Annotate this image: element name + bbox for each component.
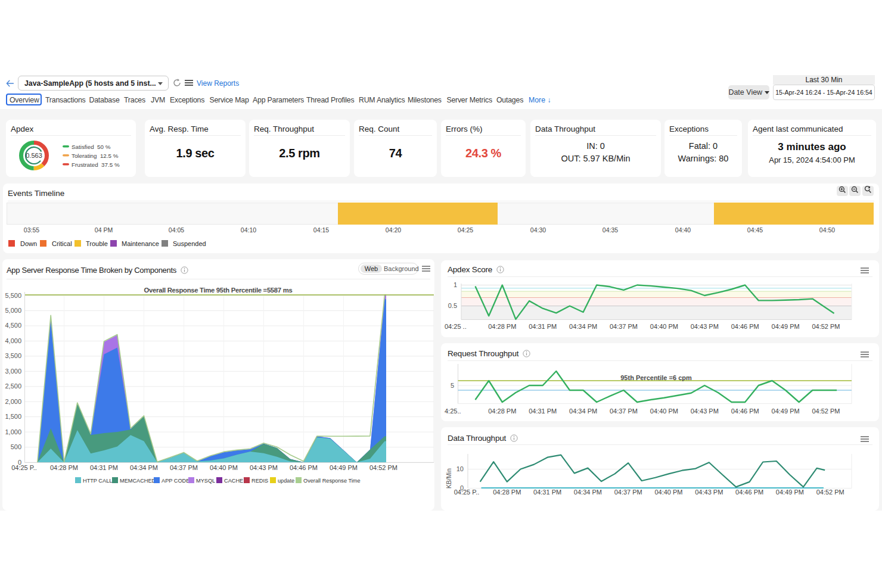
svg-text:04:28 PM: 04:28 PM	[50, 464, 78, 471]
svg-text:04:46 PM: 04:46 PM	[290, 464, 318, 471]
svg-text:04:25 ..: 04:25 ..	[445, 323, 467, 330]
svg-text:04:40 PM: 04:40 PM	[210, 464, 238, 471]
svg-text:04:31 PM: 04:31 PM	[533, 489, 561, 496]
svg-text:Tolerating 12.5 %: Tolerating 12.5 %	[72, 153, 119, 159]
svg-text:04:52 PM: 04:52 PM	[812, 407, 840, 415]
svg-text:04:43 PM: 04:43 PM	[691, 323, 719, 330]
svg-text:04:34 PM: 04:34 PM	[569, 407, 597, 415]
svg-text:Overall Response Time 95th Per: Overall Response Time 95th Percentile =5…	[144, 287, 293, 294]
svg-text:500: 500	[11, 443, 21, 450]
svg-text:KB/Min: KB/Min	[445, 468, 452, 489]
svg-text:04:31 PM: 04:31 PM	[529, 323, 557, 330]
svg-text:10: 10	[456, 465, 464, 472]
svg-text:update: update	[278, 478, 294, 484]
svg-text:5,000: 5,000	[5, 307, 21, 314]
svg-text:04:28 PM: 04:28 PM	[488, 407, 516, 415]
svg-text:04:34 PM: 04:34 PM	[569, 323, 597, 330]
svg-text:04:25 P..: 04:25 P..	[454, 489, 480, 496]
svg-text:04:43 PM: 04:43 PM	[250, 464, 278, 471]
svg-text:4,500: 4,500	[5, 322, 21, 329]
svg-text:04:43 PM: 04:43 PM	[695, 489, 723, 496]
svg-text:0.5: 0.5	[448, 302, 457, 309]
svg-text:04:49 PM: 04:49 PM	[330, 464, 358, 471]
svg-text:04:52 PM: 04:52 PM	[812, 323, 840, 330]
svg-text:2,000: 2,000	[5, 398, 21, 405]
svg-text:5,500: 5,500	[5, 292, 21, 299]
svg-text:04:31 PM: 04:31 PM	[529, 407, 557, 415]
svg-text:04:34 PM: 04:34 PM	[574, 489, 602, 496]
svg-text:04:37 PM: 04:37 PM	[170, 464, 198, 471]
svg-text:APP CODE: APP CODE	[162, 478, 190, 484]
svg-text:4,000: 4,000	[5, 337, 21, 344]
svg-text:4:25..: 4:25..	[445, 407, 461, 415]
svg-text:04:52 PM: 04:52 PM	[369, 464, 397, 471]
svg-text:04:43 PM: 04:43 PM	[691, 407, 719, 415]
svg-text:04:28 PM: 04:28 PM	[493, 489, 521, 496]
svg-text:2,500: 2,500	[5, 382, 21, 390]
svg-text:Frustrated 37.5 %: Frustrated 37.5 %	[72, 161, 120, 168]
svg-text:04:49 PM: 04:49 PM	[776, 489, 804, 496]
svg-text:3,500: 3,500	[5, 352, 21, 359]
svg-text:04:49 PM: 04:49 PM	[772, 407, 800, 415]
svg-text:04:37 PM: 04:37 PM	[614, 489, 642, 496]
svg-text:04:46 PM: 04:46 PM	[735, 489, 763, 496]
svg-text:04:40 PM: 04:40 PM	[650, 323, 678, 330]
svg-text:04:31 PM: 04:31 PM	[90, 464, 118, 471]
svg-text:Satisfied 50 %: Satisfied 50 %	[72, 144, 111, 150]
svg-text:04:52 PM: 04:52 PM	[816, 489, 844, 496]
svg-text:CACHE: CACHE	[224, 478, 243, 484]
svg-text:Overall Response Time: Overall Response Time	[303, 478, 361, 484]
svg-text:MYSQL: MYSQL	[196, 478, 215, 484]
svg-text:04:40 PM: 04:40 PM	[650, 407, 678, 415]
svg-text:REDIS: REDIS	[251, 478, 268, 484]
svg-text:0.563: 0.563	[26, 152, 42, 159]
svg-text:04:40 PM: 04:40 PM	[654, 489, 682, 496]
svg-text:5: 5	[451, 382, 454, 389]
svg-text:1,500: 1,500	[5, 413, 21, 420]
svg-text:1: 1	[454, 281, 457, 288]
svg-text:MEMCACHED: MEMCACHED	[120, 478, 156, 484]
svg-text:04:46 PM: 04:46 PM	[731, 323, 759, 330]
svg-text:04:46 PM: 04:46 PM	[731, 407, 759, 415]
svg-text:HTTP CALL: HTTP CALL	[83, 478, 112, 484]
svg-text:95th Percentile =6 cpm: 95th Percentile =6 cpm	[620, 374, 692, 381]
svg-text:04:28 PM: 04:28 PM	[488, 323, 516, 330]
svg-text:04:49 PM: 04:49 PM	[772, 323, 800, 330]
svg-text:3,000: 3,000	[5, 368, 21, 375]
svg-text:04:25 P..: 04:25 P..	[11, 464, 37, 471]
svg-text:04:34 PM: 04:34 PM	[130, 464, 158, 471]
svg-text:04:37 PM: 04:37 PM	[610, 407, 638, 415]
svg-text:04:37 PM: 04:37 PM	[610, 323, 638, 330]
svg-text:1,000: 1,000	[5, 428, 21, 435]
